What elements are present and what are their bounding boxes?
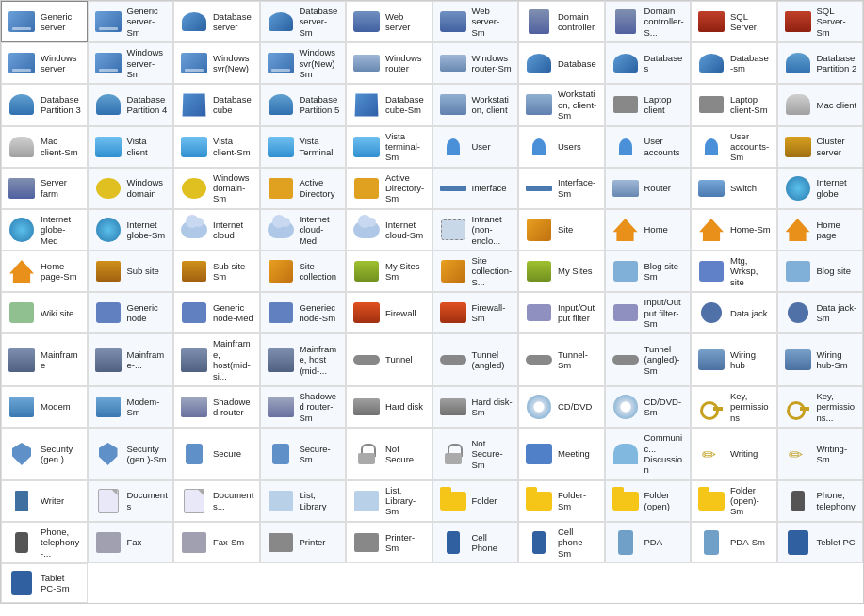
list-item[interactable]: Meeting — [518, 428, 605, 480]
list-item[interactable]: Tunnel (angled) — [432, 333, 519, 386]
list-item[interactable]: Vista terminal-Sm — [346, 126, 432, 168]
list-item[interactable]: Home page-Sm — [1, 251, 88, 292]
list-item[interactable]: Communic... Discussion — [605, 428, 692, 480]
list-item[interactable]: List, Library — [260, 480, 347, 522]
list-item[interactable]: Documents — [88, 480, 174, 522]
list-item[interactable]: Teblet PC — [777, 522, 864, 563]
list-item[interactable]: Database server-Sm — [260, 1, 347, 42]
list-item[interactable]: CD/DVD-Sm — [605, 386, 692, 428]
list-item[interactable]: Domain controller — [518, 1, 605, 42]
list-item[interactable]: Input/Output filter — [518, 292, 605, 333]
list-item[interactable]: Hard disk — [346, 386, 432, 428]
list-item[interactable]: Key, permissions... — [777, 386, 864, 428]
list-item[interactable]: My Sites — [518, 251, 605, 292]
list-item[interactable]: Firewall-Sm — [432, 292, 519, 333]
list-item[interactable]: Generic node-Med — [173, 292, 260, 333]
list-item[interactable]: Database Partition 5 — [260, 84, 347, 125]
list-item[interactable]: Modem-Sm — [88, 386, 174, 428]
list-item[interactable]: Secure — [173, 428, 260, 480]
list-item[interactable]: Writer — [1, 480, 88, 522]
list-item[interactable]: Windows domain — [88, 168, 174, 209]
list-item[interactable]: Wiki site — [1, 292, 88, 333]
list-item[interactable]: Wiring hub-Sm — [777, 333, 864, 386]
list-item[interactable]: Database-sm — [691, 42, 777, 84]
list-item[interactable]: Windows server-Sm — [88, 42, 174, 84]
list-item[interactable]: Internet globe-Med — [1, 209, 88, 251]
list-item[interactable]: Input/Output filter-Sm — [605, 292, 692, 333]
list-item[interactable]: Workstation, client — [432, 84, 519, 125]
list-item[interactable]: Cluster server — [777, 126, 864, 168]
list-item[interactable]: Not Secure-Sm — [432, 428, 519, 480]
list-item[interactable]: Home — [605, 209, 692, 251]
list-item[interactable]: CD/DVD — [518, 386, 605, 428]
list-item[interactable]: Web server — [346, 1, 432, 42]
list-item[interactable]: Workstation, client-Sm — [518, 84, 605, 125]
list-item[interactable]: Firewall — [346, 292, 432, 333]
list-item[interactable]: Wiring hub — [691, 333, 777, 386]
list-item[interactable]: Sub site — [88, 251, 174, 292]
list-item[interactable]: Windows router-Sm — [432, 42, 519, 84]
list-item[interactable]: Phone, telephony — [777, 480, 864, 522]
list-item[interactable]: Fax — [88, 522, 174, 563]
list-item[interactable]: Generic server — [1, 1, 88, 42]
list-item[interactable]: Interface — [432, 168, 519, 209]
list-item[interactable]: Windows router — [346, 42, 432, 84]
list-item[interactable]: Not Secure — [346, 428, 432, 480]
list-item[interactable]: Active Directory — [260, 168, 347, 209]
list-item[interactable]: Printer — [260, 522, 347, 563]
list-item[interactable]: Windows domain-Sm — [173, 168, 260, 209]
list-item[interactable]: User accounts-Sm — [691, 126, 777, 168]
list-item[interactable]: Printer-Sm — [346, 522, 432, 563]
list-item[interactable]: Hard disk-Sm — [432, 386, 519, 428]
list-item[interactable]: Windows svr(New)Sm — [260, 42, 347, 84]
list-item[interactable]: List, Library-Sm — [346, 480, 432, 522]
list-item[interactable]: Windows server — [1, 42, 88, 84]
list-item[interactable]: Blog site — [777, 251, 864, 292]
list-item[interactable]: Intranet (non-enclo... — [432, 209, 519, 251]
list-item[interactable]: Windows svr(New) — [173, 42, 260, 84]
list-item[interactable]: User — [432, 126, 519, 168]
list-item[interactable]: PDA-Sm — [691, 522, 777, 563]
list-item[interactable]: Site — [518, 209, 605, 251]
list-item[interactable]: Tunnel — [346, 333, 432, 386]
list-item[interactable]: Database Partition 2 — [777, 42, 864, 84]
list-item[interactable]: Key, permissions — [691, 386, 777, 428]
list-item[interactable]: Shadowed router — [173, 386, 260, 428]
list-item[interactable]: Data jack — [691, 292, 777, 333]
list-item[interactable]: Mainframe — [1, 333, 88, 386]
list-item[interactable]: Folder — [432, 480, 519, 522]
list-item[interactable]: My Sites-Sm — [346, 251, 432, 292]
list-item[interactable]: SQL Server — [691, 1, 777, 42]
list-item[interactable]: Database server — [173, 1, 260, 42]
list-item[interactable]: Internet cloud-Med — [260, 209, 347, 251]
list-item[interactable]: Vista client — [88, 126, 174, 168]
list-item[interactable]: Mac client-Sm — [1, 126, 88, 168]
list-item[interactable]: Database Partition 3 — [1, 84, 88, 125]
list-item[interactable]: Shadowed router-Sm — [260, 386, 347, 428]
list-item[interactable]: Data jack-Sm — [777, 292, 864, 333]
list-item[interactable]: Folder (open)-Sm — [691, 480, 777, 522]
list-item[interactable]: Laptop client — [605, 84, 692, 125]
list-item[interactable]: Laptop client-Sm — [691, 84, 777, 125]
list-item[interactable]: Internet globe — [777, 168, 864, 209]
list-item[interactable]: Database cube — [173, 84, 260, 125]
list-item[interactable]: Blog site-Sm — [605, 251, 692, 292]
list-item[interactable]: Database Partition 4 — [88, 84, 174, 125]
list-item[interactable]: Router — [605, 168, 692, 209]
list-item[interactable]: Phone, telephony-... — [1, 522, 88, 563]
list-item[interactable]: Web server-Sm — [432, 1, 519, 42]
list-item[interactable]: Fax-Sm — [173, 522, 260, 563]
list-item[interactable]: PDA — [605, 522, 692, 563]
list-item[interactable]: Security (gen.) — [1, 428, 88, 480]
list-item[interactable]: Generiec node-Sm — [260, 292, 347, 333]
list-item[interactable]: Security (gen.)-Sm — [88, 428, 174, 480]
list-item[interactable]: Writing — [691, 428, 777, 480]
list-item[interactable]: Users — [518, 126, 605, 168]
list-item[interactable]: Database — [518, 42, 605, 84]
list-item[interactable]: Folder (open) — [605, 480, 692, 522]
list-item[interactable]: Active Directory-Sm — [346, 168, 432, 209]
list-item[interactable]: Site collection — [260, 251, 347, 292]
list-item[interactable]: Tunnel-Sm — [518, 333, 605, 386]
list-item[interactable]: Domain controller-S... — [605, 1, 692, 42]
list-item[interactable]: Modem — [1, 386, 88, 428]
